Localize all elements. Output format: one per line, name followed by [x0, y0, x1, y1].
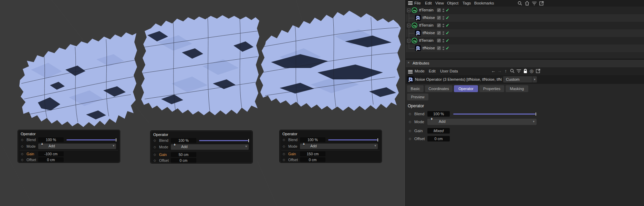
menu-user-data[interactable]: User Data: [440, 69, 458, 73]
search-icon[interactable]: [517, 1, 522, 6]
slider-handle[interactable]: [377, 138, 378, 142]
tab-preview[interactable]: Preview: [407, 94, 428, 100]
forward-icon[interactable]: →: [497, 68, 502, 73]
menu-file[interactable]: File: [414, 1, 421, 5]
panel-title: Operator: [153, 133, 168, 137]
layer-chip-icon[interactable]: [437, 23, 441, 27]
tab-coordinates[interactable]: Coordinates: [425, 85, 453, 92]
object-row-tfterrain-1[interactable]: − tfTerrain ✓: [406, 7, 644, 14]
object-label: tfNoise: [423, 46, 435, 50]
terrain-mesh-1[interactable]: [17, 28, 138, 132]
object-label: tfTerrain: [419, 8, 434, 12]
gain-value-field[interactable]: Mixed: [427, 128, 450, 134]
slider-handle[interactable]: [535, 112, 537, 116]
plus-badge-icon: +: [41, 142, 43, 146]
visibility-dots-icon[interactable]: [443, 46, 444, 51]
layer-chip-icon[interactable]: [437, 46, 441, 50]
enabled-check-icon[interactable]: ✓: [446, 30, 449, 36]
blend-value-field[interactable]: 100 %: [38, 137, 64, 142]
filter-icon[interactable]: [516, 68, 521, 73]
gain-label: Gain: [27, 152, 34, 156]
menu-tags[interactable]: Tags: [463, 1, 471, 5]
visibility-dots-icon[interactable]: [443, 23, 444, 28]
terrain-mesh-3[interactable]: [259, 9, 401, 112]
enabled-check-icon[interactable]: ✓: [446, 15, 449, 20]
offset-value-field[interactable]: 0 cm: [171, 158, 196, 163]
filter-icon[interactable]: [531, 1, 537, 6]
blend-slider[interactable]: [199, 140, 249, 141]
menu-mode[interactable]: Mode: [415, 69, 425, 73]
mode-dropdown[interactable]: + Add ▾: [171, 144, 249, 150]
lock-icon[interactable]: [522, 68, 528, 73]
offset-value-field[interactable]: 0 cm: [300, 157, 325, 162]
blend-slider[interactable]: [328, 139, 378, 140]
chevron-down-icon[interactable]: ▾: [532, 76, 537, 82]
layer-chip-icon[interactable]: [437, 16, 441, 20]
back-icon[interactable]: ←: [491, 68, 496, 73]
offset-value-field[interactable]: 0 cm: [38, 157, 64, 162]
mode-dropdown[interactable]: + Add ▾: [300, 144, 378, 149]
object-row-tfterrain-2[interactable]: − tfTerrain ✓: [406, 22, 644, 29]
blend-value-field[interactable]: 100 %: [171, 138, 196, 143]
visibility-dots-icon[interactable]: [443, 8, 444, 13]
search-icon[interactable]: [509, 68, 515, 73]
blend-value-field[interactable]: 100 %: [427, 111, 450, 117]
mode-dropdown[interactable]: + Add ▾: [38, 144, 116, 149]
visibility-dots-icon[interactable]: [443, 16, 444, 20]
object-label: tfTerrain: [419, 23, 434, 27]
blend-value-field[interactable]: 100 %: [300, 137, 325, 142]
hamburger-menu-icon[interactable]: [407, 69, 413, 75]
gain-value-field[interactable]: 50 cm: [171, 152, 196, 157]
layer-chip-icon[interactable]: [437, 31, 441, 35]
menu-object[interactable]: Object: [447, 1, 458, 5]
object-row-tfnoise-3[interactable]: + tfNoise ✓: [406, 45, 644, 52]
tab-basic[interactable]: Basic: [407, 85, 424, 92]
enabled-check-icon[interactable]: ✓: [446, 23, 449, 28]
plus-badge-icon: +: [430, 117, 433, 121]
menu-edit[interactable]: Edit: [425, 1, 432, 5]
mode-dropdown[interactable]: + Add ▾: [427, 119, 537, 125]
gain-value-field[interactable]: 150 cm: [300, 151, 325, 156]
menu-bookmarks[interactable]: Bookmarks: [474, 1, 494, 5]
hamburger-menu-icon[interactable]: [407, 1, 413, 6]
collapse-toggle-icon[interactable]: −: [407, 39, 411, 42]
gain-value-field[interactable]: -100 cm: [38, 151, 64, 156]
object-row-tfterrain-3[interactable]: − tfTerrain ✓: [406, 37, 644, 45]
gain-label: Gain: [414, 129, 423, 133]
tab-operator[interactable]: Operator: [454, 85, 478, 92]
svg-text:+: +: [416, 48, 417, 51]
attributes-menubar: Mode Edit User Data ← → ↑ ◎: [406, 67, 644, 75]
object-row-tfnoise-2[interactable]: + tfNoise ✓: [406, 29, 644, 37]
collapse-toggle-icon[interactable]: −: [407, 9, 411, 12]
home-icon[interactable]: [524, 1, 530, 6]
menu-edit[interactable]: Edit: [429, 69, 436, 73]
blend-slider[interactable]: [66, 139, 116, 140]
menu-view[interactable]: View: [435, 1, 444, 5]
object-row-tfnoise-1[interactable]: + tfNoise ✓: [406, 14, 644, 22]
layer-chip-icon[interactable]: [437, 39, 441, 42]
diamond-icon: ◇: [283, 158, 285, 161]
blend-slider[interactable]: [453, 114, 536, 115]
offset-value-field[interactable]: 0 cm: [427, 136, 450, 141]
tab-properties[interactable]: Properties: [479, 85, 504, 92]
preset-dropdown[interactable]: Custom: [503, 76, 532, 82]
terrain-mesh-2[interactable]: [141, 14, 259, 116]
tab-masking[interactable]: Masking: [506, 85, 528, 92]
new-window-icon[interactable]: [535, 68, 541, 73]
mode-label: Mode: [288, 144, 297, 148]
visibility-dots-icon[interactable]: [443, 31, 444, 36]
noise-object-icon: +: [415, 30, 421, 36]
visibility-dots-icon[interactable]: [443, 38, 444, 43]
enabled-check-icon[interactable]: ✓: [446, 38, 449, 43]
enabled-check-icon[interactable]: ✓: [446, 8, 449, 13]
viewport-3d[interactable]: Operator ◇ Blend 100 % ◇ Mode + Add ▾ ◇ …: [0, 0, 405, 206]
close-icon[interactable]: ×: [407, 60, 409, 65]
target-icon[interactable]: ◎: [529, 68, 534, 73]
slider-handle[interactable]: [115, 138, 117, 142]
enabled-check-icon[interactable]: ✓: [446, 46, 449, 51]
up-arrow-icon[interactable]: ↑: [503, 68, 508, 73]
slider-handle[interactable]: [248, 139, 249, 143]
new-window-icon[interactable]: [539, 1, 544, 6]
collapse-toggle-icon[interactable]: −: [407, 24, 411, 27]
layer-chip-icon[interactable]: [437, 8, 441, 12]
